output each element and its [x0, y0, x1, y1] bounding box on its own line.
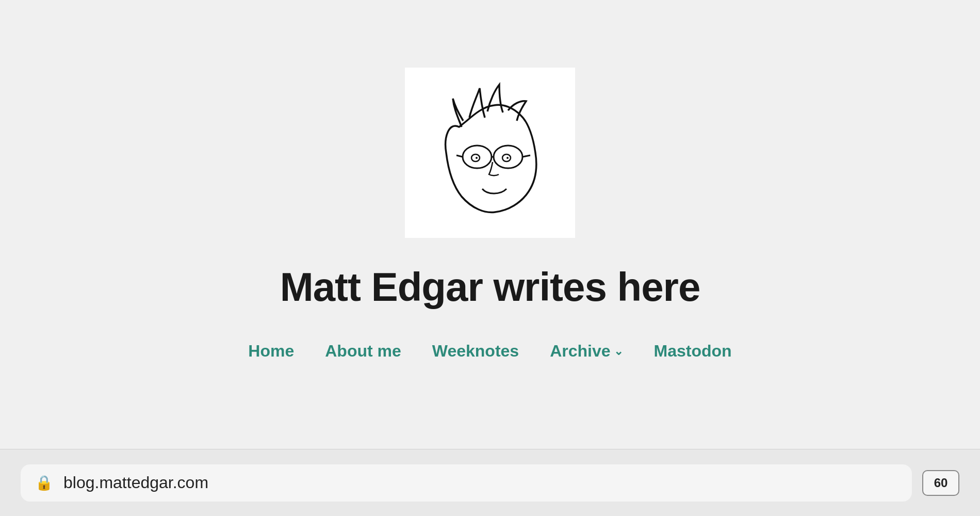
- nav-bar: Home About me Weeknotes Archive ⌄ Mastod…: [248, 342, 731, 361]
- site-title: Matt Edgar writes here: [280, 264, 700, 311]
- nav-about-me[interactable]: About me: [325, 342, 401, 361]
- lock-icon: 🔒: [35, 474, 53, 491]
- url-text: blog.mattedgar.com: [63, 473, 208, 492]
- archive-chevron-icon: ⌄: [614, 345, 623, 358]
- svg-point-3: [476, 157, 478, 159]
- svg-point-0: [463, 146, 492, 168]
- avatar-illustration: [418, 80, 562, 225]
- nav-weeknotes[interactable]: Weeknotes: [432, 342, 519, 361]
- nav-home[interactable]: Home: [248, 342, 294, 361]
- score-badge: 60: [922, 470, 959, 496]
- address-bar[interactable]: 🔒 blog.mattedgar.com: [21, 464, 912, 502]
- nav-mastodon[interactable]: Mastodon: [654, 342, 732, 361]
- browser-bottom-bar: 🔒 blog.mattedgar.com 60: [0, 449, 980, 516]
- nav-archive[interactable]: Archive ⌄: [550, 342, 623, 361]
- svg-point-1: [494, 146, 522, 168]
- main-content: Matt Edgar writes here Home About me Wee…: [0, 0, 980, 449]
- svg-point-5: [507, 157, 509, 159]
- avatar-container: [405, 68, 575, 238]
